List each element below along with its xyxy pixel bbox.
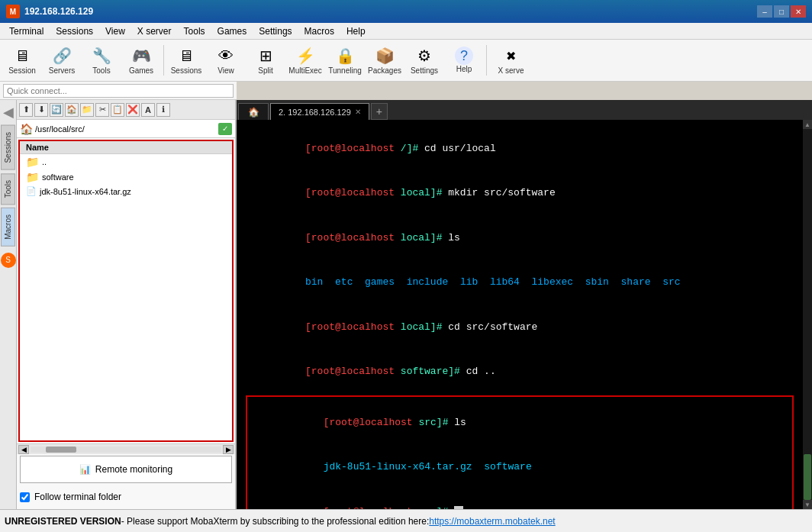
path-ok-button[interactable]: ✓ (218, 123, 232, 135)
app-icon: M (6, 5, 20, 18)
remote-monitoring-label: Remote monitoring (95, 464, 172, 475)
scroll-track-x[interactable] (31, 447, 221, 453)
remote-monitoring-button[interactable]: 📊 Remote monitoring (20, 456, 232, 483)
path-bar: 🏠 ✓ (17, 120, 235, 138)
toolbar-xserver[interactable]: ✖ X serve (490, 44, 532, 77)
fb-info-button[interactable]: ℹ (156, 103, 170, 117)
file-name: .. (42, 157, 47, 166)
toolbar-separator-2 (486, 45, 487, 76)
terminal-area: 🏠 2. 192.168.126.129 ✕ + [root@localhost… (237, 100, 812, 509)
menu-tools[interactable]: Tools (178, 24, 211, 38)
toolbar-games[interactable]: 🎮 Games (122, 44, 160, 77)
toolbar-servers[interactable]: 🔗 Servers (43, 44, 81, 77)
fb-cut-button[interactable]: ✂ (95, 103, 109, 117)
status-message: - Please support MobaXterm by subscribin… (121, 516, 430, 527)
toolbar-sessions[interactable]: 🖥 Sessions (167, 44, 205, 77)
sessions-label: Sessions (171, 66, 202, 76)
multiexec-icon: ⚡ (295, 45, 316, 66)
terminal-inner: [root@localhost /]# cd usr/local [root@l… (237, 120, 812, 509)
tools-label: Tools (92, 66, 110, 76)
follow-terminal-label: Follow terminal folder (34, 492, 121, 502)
scroll-left-button[interactable]: ◀ (18, 445, 29, 454)
scroll-right-button[interactable]: ▶ (223, 445, 234, 454)
terminal-line-8: jdk-8u51-linux-x64.tar.gz software (252, 445, 788, 490)
fb-refresh-button[interactable]: 🔄 (50, 103, 63, 117)
toolbar-tools[interactable]: 🔧 Tools (82, 44, 121, 77)
status-bar: UNREGISTERED VERSION - Please support Mo… (0, 509, 812, 532)
fb-rename-button[interactable]: A (141, 103, 155, 117)
path-input[interactable] (35, 124, 216, 134)
side-tab-tools[interactable]: Tools (1, 173, 15, 205)
menu-macros[interactable]: Macros (298, 24, 340, 38)
monitor-icon: 📊 (79, 464, 91, 475)
follow-terminal-checkbox[interactable] (20, 492, 30, 502)
terminal-content[interactable]: [root@localhost /]# cd usr/local [root@l… (237, 120, 803, 509)
session-label: Session (8, 66, 36, 76)
terminal-line-4: bin etc games include lib lib64 libexec … (246, 260, 794, 305)
games-icon: 🎮 (130, 45, 152, 66)
quick-connect-bar (0, 82, 237, 100)
menu-view[interactable]: View (99, 24, 131, 38)
folder-icon: 📁 (26, 156, 39, 168)
tab-close-icon[interactable]: ✕ (355, 108, 361, 116)
menu-games[interactable]: Games (211, 24, 253, 38)
packages-icon: 📦 (374, 45, 395, 66)
unregistered-label: UNREGISTERED VERSION (5, 516, 121, 527)
status-link[interactable]: https://mobaxterm.mobatek.net (429, 516, 555, 527)
file-item-parent[interactable]: 📁 .. (20, 154, 232, 169)
add-tab-button[interactable]: + (371, 103, 388, 120)
side-tab-macros[interactable]: Macros (1, 208, 15, 247)
file-item-software[interactable]: 📁 software (20, 169, 232, 185)
fb-down-button[interactable]: ⬇ (34, 103, 48, 117)
toolbar-tunneling[interactable]: 🔒 Tunneling (326, 44, 364, 77)
terminal-tab-2[interactable]: 2. 192.168.126.129 ✕ (270, 103, 369, 120)
toolbar-multiexec[interactable]: ⚡ MultiExec (286, 44, 324, 77)
file-name: jdk-8u51-linux-x64.tar.gz (40, 187, 131, 196)
menu-xserver[interactable]: X server (131, 24, 178, 38)
toolbar-packages[interactable]: 📦 Packages (366, 44, 404, 77)
minimize-button[interactable]: – (757, 5, 772, 18)
toolbar-settings[interactable]: ⚙ Settings (405, 44, 443, 77)
folder-icon: 📁 (26, 171, 39, 183)
fb-home-button[interactable]: 🏠 (65, 103, 79, 117)
scroll-down-button[interactable]: ▼ (803, 500, 812, 509)
close-button[interactable]: ✕ (791, 5, 806, 18)
file-list-header: Name (20, 141, 232, 154)
toolbar-view[interactable]: 👁 View (207, 44, 245, 77)
maximize-button[interactable]: □ (774, 5, 789, 18)
home-icon: 🏠 (248, 107, 259, 118)
collapse-button[interactable]: ◀ (3, 104, 14, 121)
prompt-user: [root@localhost (305, 143, 395, 154)
menu-help[interactable]: Help (340, 24, 372, 38)
settings-label: Settings (411, 66, 438, 76)
toolbar-session[interactable]: 🖥 Session (3, 44, 41, 77)
tab-label: 2. 192.168.126.129 (279, 108, 351, 117)
packages-label: Packages (368, 66, 401, 76)
toolbar-help[interactable]: ? Help (445, 45, 483, 76)
tab-home-button[interactable]: 🏠 (238, 103, 269, 120)
fb-newfolder-button[interactable]: 📁 (80, 103, 94, 117)
scroll-track-v[interactable] (804, 129, 811, 500)
name-column-header: Name (26, 143, 49, 152)
servers-label: Servers (49, 66, 75, 76)
sftp-tab[interactable]: S (1, 253, 16, 268)
menu-sessions[interactable]: Sessions (50, 24, 99, 38)
title-bar: M 192.168.126.129 – □ ✕ (0, 0, 812, 23)
help-label: Help (456, 65, 472, 74)
window-controls: – □ ✕ (757, 5, 806, 18)
side-tab-sessions[interactable]: Sessions (1, 125, 15, 170)
menu-settings[interactable]: Settings (253, 24, 298, 38)
file-item-jdk[interactable]: 📄 jdk-8u51-linux-x64.tar.gz (20, 185, 232, 198)
follow-terminal-checkbox-row[interactable]: Follow terminal folder (20, 486, 232, 508)
fb-copy-button[interactable]: 📋 (111, 103, 124, 117)
fb-delete-button[interactable]: ❌ (126, 103, 140, 117)
tools-icon: 🔧 (91, 45, 112, 66)
menu-terminal[interactable]: Terminal (3, 24, 50, 38)
toolbar-split[interactable]: ⊞ Split (246, 44, 285, 77)
path-home-icon: 🏠 (20, 123, 33, 135)
file-list: Name 📁 .. 📁 software 📄 jdk-8u51-linux-x6… (18, 140, 234, 442)
quick-connect-input[interactable] (3, 84, 234, 98)
scroll-up-button[interactable]: ▲ (803, 120, 812, 129)
fb-up-button[interactable]: ⬆ (19, 103, 33, 117)
help-icon: ? (455, 47, 473, 65)
